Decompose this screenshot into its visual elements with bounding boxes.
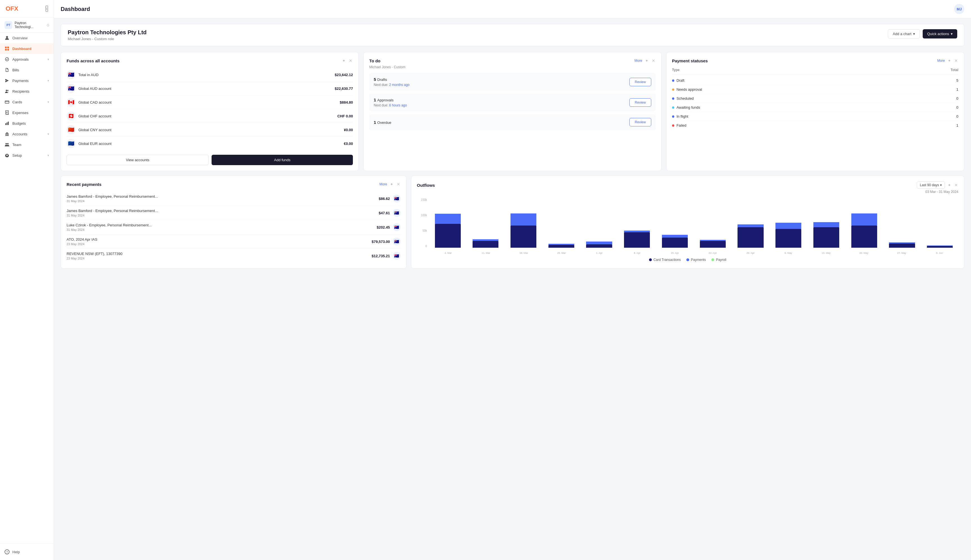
bar-card — [549, 245, 574, 248]
x-axis-label: 3. Jun — [921, 252, 958, 255]
sidebar-item-accounts[interactable]: Accounts ▾ — [0, 128, 53, 139]
payment-statuses-more-link[interactable]: More — [937, 59, 945, 63]
review-button[interactable]: Review — [629, 118, 651, 127]
add-chart-button[interactable]: Add a chart ▾ — [888, 29, 920, 38]
svg-point-7 — [7, 90, 8, 91]
todo-widget: To do More ✦ ✕ Michael Jones - Custom 5 … — [363, 52, 661, 171]
sidebar-item-cards[interactable]: Cards ▾ — [0, 97, 53, 107]
sidebar-item-label-budgets: Budgets — [12, 121, 49, 125]
todo-due-value[interactable]: 6 hours ago — [389, 103, 407, 107]
bar-group — [581, 198, 618, 248]
quick-actions-button[interactable]: Quick actions ▾ — [923, 29, 957, 38]
review-button[interactable]: Review — [629, 78, 651, 86]
flag-icon: 🇨🇳 — [67, 125, 75, 134]
account-row-left: 🇨🇭 Global CHF account — [67, 112, 111, 120]
status-rows: Draft 5 Needs approval 1 Scheduled 0 Awa… — [672, 76, 958, 130]
payment-flag: 🇦🇺 — [393, 238, 400, 245]
sidebar-item-label-team: Team — [12, 143, 49, 147]
payment-statuses-expand-button[interactable]: ✦ — [947, 58, 952, 63]
chevron-icon-approvals: ▾ — [47, 58, 49, 61]
account-row-left: 🇦🇺 Total in AUD — [67, 70, 98, 79]
payment-flag: 🇦🇺 — [393, 252, 400, 260]
todo-close-button[interactable]: ✕ — [651, 58, 656, 63]
view-accounts-button[interactable]: View accounts — [67, 155, 209, 165]
sidebar-item-expenses[interactable]: Expenses — [0, 107, 53, 118]
review-button[interactable]: Review — [629, 98, 651, 107]
recent-payments-expand-button[interactable]: ✦ — [389, 182, 394, 187]
x-axis-label: 4. Mar — [429, 252, 467, 255]
todo-due-value[interactable]: 2 months ago — [389, 83, 410, 87]
svg-point-12 — [6, 143, 7, 145]
sidebar-org-selector[interactable]: PT Paytron Technologi... ◇ — [0, 18, 53, 33]
status-count: 1 — [956, 123, 958, 128]
payment-info: James Bamford - Employee, Personal Reimb… — [67, 209, 158, 217]
funds-expand-button[interactable]: ✦ — [342, 58, 346, 63]
flag-icon: 🇦🇺 — [67, 84, 75, 93]
payment-row: REVENUE NSW (EFT), 13077390 23 May 2024 … — [67, 249, 400, 263]
status-dot — [672, 80, 674, 82]
sidebar-collapse-button[interactable]: ‹ — [45, 6, 48, 12]
bar-card — [511, 225, 536, 248]
payment-date: 23 May 2024 — [67, 257, 122, 260]
account-name: Global AUD account — [78, 87, 111, 91]
payment-info: Luke Czirok - Employee, Personal Reimbur… — [67, 223, 152, 232]
svg-rect-8 — [5, 101, 9, 103]
org-chevron-icon: ◇ — [47, 23, 49, 27]
status-row-left: Needs approval — [672, 87, 702, 92]
user-avatar[interactable]: MJ — [954, 4, 964, 14]
funds-accounts-list: 🇦🇺 Total in AUD $23,642.12 🇦🇺 Global AUD… — [67, 68, 353, 150]
sidebar-item-recipients[interactable]: Recipients — [0, 86, 53, 97]
org-icon: PT — [5, 21, 12, 29]
bar-group — [884, 198, 921, 248]
page-title: Dashboard — [61, 6, 90, 12]
bar-group — [732, 198, 769, 248]
todo-count: 5 — [374, 77, 377, 82]
bar-group — [618, 198, 656, 248]
account-row: 🇨🇳 Global CNY account ¥0.00 — [67, 123, 353, 137]
legend-dot — [711, 258, 714, 261]
outflows-close-button[interactable]: ✕ — [954, 182, 958, 188]
status-table-header: Type Total — [672, 68, 958, 75]
sidebar-item-setup[interactable]: Setup ▾ — [0, 150, 53, 161]
add-funds-button[interactable]: Add funds — [212, 155, 353, 165]
date-filter-button[interactable]: Last 90 days ▾ — [917, 182, 945, 189]
sidebar-item-help[interactable]: ? Help — [5, 547, 49, 557]
y-axis-label: 100k — [421, 214, 427, 217]
chart-legend: Card Transactions Payments Payroll — [417, 258, 958, 262]
sidebar-item-team[interactable]: Team — [0, 139, 53, 150]
payment-statuses-close-button[interactable]: ✕ — [954, 58, 958, 63]
todo-expand-button[interactable]: ✦ — [644, 58, 649, 63]
recent-payments-close-button[interactable]: ✕ — [396, 182, 400, 187]
todo-row-info: 1 Overdue — [374, 120, 391, 125]
bar-group — [467, 198, 504, 248]
sidebar-item-overview[interactable]: Overview — [0, 33, 53, 43]
sidebar-item-bills[interactable]: Bills — [0, 65, 53, 75]
todo-row: 1 Approvals Next due: 6 hours ago Review — [369, 93, 656, 111]
bank-icon — [5, 132, 10, 137]
status-label: Draft — [677, 78, 684, 83]
outflows-expand-button[interactable]: ✦ — [947, 182, 952, 188]
status-label: Awaiting funds — [677, 105, 700, 110]
dashboard-bottom-grid: Recent payments More ✦ ✕ James Bamford -… — [61, 175, 964, 269]
svg-rect-11 — [8, 122, 9, 125]
chevron-icon-accounts: ▾ — [47, 132, 49, 136]
flag-icon: 🇨🇦 — [67, 98, 75, 107]
account-row-left: 🇪🇺 Global EUR account — [67, 139, 112, 148]
account-row-left: 🇨🇳 Global CNY account — [67, 125, 112, 134]
recent-payments-more-link[interactable]: More — [379, 182, 387, 186]
sidebar-item-payments[interactable]: Payments ▾ — [0, 75, 53, 86]
bar-group — [429, 198, 466, 248]
todo-widget-title: To do — [369, 58, 380, 63]
status-dot — [672, 107, 674, 109]
status-type-header: Type — [672, 68, 680, 72]
payment-amount: $202.45 — [377, 225, 390, 230]
todo-more-link[interactable]: More — [634, 59, 642, 63]
funds-close-button[interactable]: ✕ — [349, 58, 353, 63]
payment-right: $12,735.21 🇦🇺 — [372, 252, 400, 260]
outflows-date-range: 03 Mar - 31 May 2024 — [417, 190, 958, 194]
payment-flag: 🇦🇺 — [393, 223, 400, 231]
sidebar-item-dashboard[interactable]: Dashboard — [0, 43, 53, 54]
account-name: Global CAD account — [78, 100, 112, 105]
sidebar-item-budgets[interactable]: Budgets — [0, 118, 53, 128]
sidebar-item-approvals[interactable]: Approvals ▾ — [0, 54, 53, 65]
